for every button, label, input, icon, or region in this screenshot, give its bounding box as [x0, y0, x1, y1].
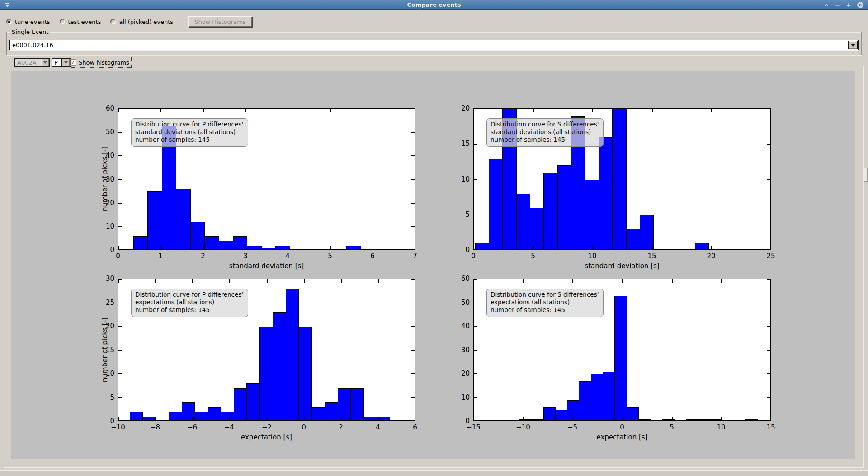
y-tick — [118, 179, 122, 180]
x-tick-label: 6 — [359, 252, 386, 260]
radio-test-events[interactable]: test events — [60, 19, 101, 25]
y-tick-label: 10 — [447, 393, 470, 401]
maximize-icon[interactable]: + — [846, 2, 851, 8]
histogram-bar — [169, 412, 182, 421]
x-tick — [203, 246, 204, 249]
y-tick-label: 40 — [447, 322, 470, 330]
histogram-bar — [246, 383, 260, 421]
x-tick-label: 10 — [708, 423, 735, 431]
x-tick-label: −4 — [216, 423, 243, 431]
y-tick — [411, 108, 415, 109]
y-tick — [411, 226, 415, 227]
x-tick — [267, 279, 268, 283]
radio-indicator — [6, 19, 12, 24]
histogram-bar — [686, 419, 698, 421]
y-tick — [474, 179, 477, 180]
histogram-bar — [221, 412, 234, 421]
titlebar[interactable]: Compare events − + ✕ — [0, 0, 868, 10]
x-axis-label: standard deviation [s] — [118, 262, 415, 270]
annotation-line: Distribution curve for P differences' — [135, 291, 243, 299]
histogram-bar — [133, 236, 148, 250]
radio-tune-events[interactable]: tune events — [6, 19, 50, 25]
station-combobox-value: A002A — [17, 59, 37, 66]
y-tick — [767, 279, 770, 280]
x-tick-label: 4 — [274, 252, 301, 260]
event-combobox-value: e0001.024.16 — [12, 40, 53, 50]
y-tick — [411, 179, 415, 180]
checkbox-check-icon[interactable]: ✓ — [70, 60, 76, 65]
y-tick-label: 50 — [447, 299, 470, 307]
histogram-bar — [298, 327, 312, 421]
x-tick — [373, 246, 373, 249]
histogram-bar — [626, 229, 640, 250]
histogram-bar — [516, 194, 530, 250]
annotation-line: Distribution curve for S differences' — [491, 291, 599, 299]
y-tick-label: 60 — [447, 275, 470, 283]
x-tick — [622, 279, 623, 283]
histogram-bar — [614, 296, 627, 421]
x-tick — [304, 417, 305, 420]
radio-indicator — [110, 19, 116, 24]
close-icon[interactable]: ✕ — [857, 2, 863, 8]
y-tick — [411, 350, 415, 351]
shade-icon[interactable] — [824, 2, 829, 8]
x-tick — [330, 246, 331, 249]
histogram-bar — [603, 372, 615, 421]
y-tick — [767, 179, 770, 180]
x-tick-label: 15 — [638, 252, 665, 260]
y-tick-label: 5 — [447, 210, 470, 219]
x-tick-label: 2 — [327, 423, 354, 431]
y-tick — [411, 203, 415, 204]
annotation-line: expectations (all stations) — [491, 299, 599, 306]
x-tick — [473, 279, 474, 283]
station-combobox-arrow-button[interactable] — [41, 59, 49, 66]
y-tick — [118, 279, 122, 280]
y-tick — [118, 303, 122, 303]
x-tick-label: −2 — [253, 423, 280, 431]
minimize-icon[interactable]: − — [835, 2, 840, 8]
y-tick — [767, 303, 770, 303]
x-tick — [533, 246, 534, 249]
show-histograms-button[interactable]: Show Histograms — [188, 16, 252, 27]
x-tick-label: −10 — [509, 423, 537, 431]
window-title: Compare events — [0, 0, 868, 10]
y-tick — [474, 350, 477, 351]
histogram-bar — [489, 159, 503, 250]
histogram-bar — [147, 191, 162, 250]
x-tick-label: 4 — [364, 423, 392, 431]
x-tick — [330, 109, 331, 112]
x-tick — [203, 109, 204, 112]
histogram-bar — [325, 402, 338, 421]
y-tick — [118, 226, 122, 227]
event-combobox[interactable]: e0001.024.16 — [9, 40, 859, 50]
y-tick-label: 0 — [447, 417, 470, 425]
x-tick — [192, 417, 193, 420]
y-tick-label: 15 — [447, 140, 470, 148]
window-bottom-handle[interactable] — [0, 470, 868, 476]
y-tick — [411, 132, 415, 133]
y-tick — [118, 350, 122, 351]
x-tick — [711, 109, 712, 112]
histogram-bar — [543, 407, 556, 421]
y-axis-label: number of picks [-] — [101, 108, 109, 250]
x-tick — [267, 417, 268, 420]
radio-label: tune events — [15, 19, 50, 25]
x-tick-label: 7 — [401, 252, 429, 260]
x-tick-label: 0 — [290, 423, 317, 431]
y-tick — [767, 144, 770, 145]
x-tick-label: 15 — [757, 423, 784, 431]
event-combobox-arrow-button[interactable] — [848, 41, 858, 49]
annotation-box: Distribution curve for S differences'exp… — [486, 289, 604, 317]
chevron-down-icon — [43, 61, 47, 64]
y-tick — [118, 132, 122, 133]
x-tick — [672, 417, 673, 420]
y-tick — [767, 215, 770, 215]
x-axis-label: standard deviation [s] — [473, 262, 771, 270]
y-tick — [411, 303, 415, 303]
window-resize-grip[interactable] — [864, 168, 868, 182]
histogram-bar — [557, 165, 571, 250]
radio-all-picked-events[interactable]: all (picked) events — [110, 19, 173, 25]
histogram-axes-p-standard-deviations: Distribution curve for P differences'sta… — [118, 108, 415, 250]
histogram-bar — [273, 312, 286, 421]
x-tick — [592, 109, 593, 112]
